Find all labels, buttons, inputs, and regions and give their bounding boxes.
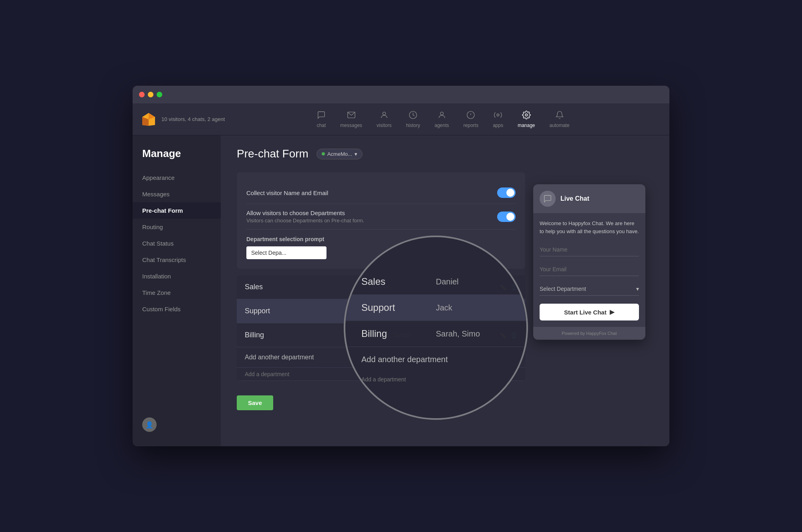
dept-prompt-label: Department selection prompt xyxy=(246,236,516,242)
toggle-row-departments: Allow visitors to choose Departments Vis… xyxy=(246,204,516,230)
nav-chat[interactable]: chat xyxy=(311,107,332,131)
sidebar-title: Manage xyxy=(133,147,221,169)
svg-point-6 xyxy=(440,112,443,115)
nav-reports[interactable]: reports xyxy=(458,107,484,131)
chat-dept-select[interactable]: Select Department ▾ xyxy=(540,282,639,296)
logo-icon xyxy=(141,111,157,127)
manage-icon xyxy=(522,111,531,121)
magnify-agent-billing: Sarah, Simo xyxy=(436,329,510,339)
nav-reports-label: reports xyxy=(463,123,478,128)
toggle-name-email[interactable] xyxy=(497,187,516,198)
chat-email-input[interactable] xyxy=(540,263,639,276)
magnify-add-dept[interactable]: Add another department xyxy=(345,347,526,372)
chat-widget-title: Live Chat xyxy=(560,195,589,202)
nav-messages-label: messages xyxy=(340,123,362,128)
nav-history[interactable]: history xyxy=(400,107,425,131)
account-status-dot xyxy=(322,152,325,155)
toggle-label-text: Collect visitor Name and Email xyxy=(246,189,328,196)
magnify-agent-support: Jack xyxy=(436,303,510,312)
minimize-button[interactable] xyxy=(148,92,153,97)
magnify-row-billing: Billing Sarah, Simo xyxy=(345,321,526,347)
history-icon xyxy=(409,111,417,121)
chat-name-input[interactable] xyxy=(540,243,639,256)
magnify-dept-sales: Sales xyxy=(361,276,436,287)
nav-apps-label: apps xyxy=(493,123,503,128)
sidebar-item-appearance[interactable]: Appearance xyxy=(133,169,221,186)
preview-panel: Live Chat Welcome to Happyfox Chat. We a… xyxy=(533,172,653,410)
user-avatar[interactable]: 👤 xyxy=(142,417,157,432)
toggle-departments[interactable] xyxy=(497,212,516,222)
arrow-right-icon: ▶ xyxy=(610,308,615,316)
magnify-agent-sales: Daniel xyxy=(436,277,510,286)
account-name: AcmeMo... xyxy=(327,151,352,157)
chat-avatar-icon xyxy=(540,191,556,207)
sidebar-item-chat-status[interactable]: Chat Status xyxy=(133,235,221,252)
chat-widget-footer: Powered by HappyFox Chat xyxy=(533,327,645,340)
chat-welcome-text: Welcome to Happyfox Chat. We are here to… xyxy=(540,220,639,235)
messages-icon xyxy=(347,111,356,121)
magnify-dept-billing: Billing xyxy=(361,328,436,339)
sidebar-item-custom-fields[interactable]: Custom Fields xyxy=(133,301,221,317)
chat-widget-header: Live Chat xyxy=(533,184,645,213)
nav-manage[interactable]: manage xyxy=(512,107,540,131)
maximize-button[interactable] xyxy=(157,92,162,97)
chevron-down-icon: ▾ xyxy=(636,286,639,292)
toggle-dept-text: Allow visitors to choose Departments xyxy=(246,210,365,216)
traffic-lights xyxy=(139,92,162,97)
main-layout: Manage Appearance Messages Pre-chat Form… xyxy=(133,135,669,446)
magnify-dept-support: Support xyxy=(361,302,436,313)
sidebar-item-routing[interactable]: Routing xyxy=(133,219,221,235)
sidebar-item-installation[interactable]: Installation xyxy=(133,268,221,284)
toggle-row-name-email: Collect visitor Name and Email xyxy=(246,182,516,204)
app-window: 10 visitors, 4 chats, 2 agent chat messa… xyxy=(133,86,669,446)
start-live-chat-button[interactable]: Start Live Chat ▶ xyxy=(540,304,639,320)
sidebar-item-messages[interactable]: Messages xyxy=(133,186,221,202)
sidebar-footer: 👤 xyxy=(133,411,221,438)
toggle-dept-subtext: Visitors can choose Departments on Pre-c… xyxy=(246,218,365,224)
svg-point-11 xyxy=(525,114,528,116)
chat-icon xyxy=(317,111,326,121)
nav-automate-label: automate xyxy=(550,123,570,128)
nav-apps[interactable]: apps xyxy=(487,107,509,131)
nav-items: chat messages visitors xyxy=(225,107,661,131)
toggle-label-departments: Allow visitors to choose Departments Vis… xyxy=(246,210,365,224)
svg-point-4 xyxy=(383,112,385,115)
chevron-down-icon: ▾ xyxy=(355,151,357,157)
magnify-row-sales: Sales Daniel xyxy=(345,269,526,295)
automate-icon xyxy=(555,111,564,121)
nav-chat-label: chat xyxy=(317,123,326,128)
nav-agents[interactable]: agents xyxy=(429,107,455,131)
magnify-overlay: Sales Daniel Support Jack Billing Sarah,… xyxy=(344,236,528,420)
reports-icon xyxy=(466,111,475,121)
nav-automate[interactable]: automate xyxy=(544,107,575,131)
page-header: Pre-chat Form AcmeMo... ▾ xyxy=(237,147,653,160)
nav-visitors-label: visitors xyxy=(377,123,391,128)
nav-visitors[interactable]: visitors xyxy=(371,107,397,131)
nav-history-label: history xyxy=(406,123,420,128)
save-button[interactable]: Save xyxy=(237,395,273,410)
sidebar: Manage Appearance Messages Pre-chat Form… xyxy=(133,135,221,446)
visitor-count: 10 visitors, 4 chats, 2 agent xyxy=(161,116,225,122)
topbar: 10 visitors, 4 chats, 2 agent chat messa… xyxy=(133,103,669,135)
content-area: Pre-chat Form AcmeMo... ▾ Collect v xyxy=(221,135,669,446)
sidebar-item-chat-transcripts[interactable]: Chat Transcripts xyxy=(133,252,221,268)
powered-by-text: Powered by HappyFox Chat xyxy=(562,331,617,336)
account-badge[interactable]: AcmeMo... ▾ xyxy=(316,149,363,159)
dept-prompt-input[interactable] xyxy=(246,246,326,259)
magnify-add-input: Add a department xyxy=(345,372,526,387)
close-button[interactable] xyxy=(139,92,145,97)
chat-widget: Live Chat Welcome to Happyfox Chat. We a… xyxy=(533,184,645,340)
magnify-row-support: Support Jack xyxy=(345,295,526,321)
agents-icon xyxy=(437,111,446,121)
svg-point-10 xyxy=(497,114,499,116)
sidebar-item-pre-chat-form[interactable]: Pre-chat Form xyxy=(133,202,221,219)
visitors-icon xyxy=(380,111,389,121)
nav-messages[interactable]: messages xyxy=(335,107,368,131)
nav-agents-label: agents xyxy=(435,123,449,128)
app-body: 10 visitors, 4 chats, 2 agent chat messa… xyxy=(133,103,669,446)
sidebar-item-time-zone[interactable]: Time Zone xyxy=(133,284,221,301)
nav-manage-label: manage xyxy=(518,123,535,128)
chat-widget-body: Welcome to Happyfox Chat. We are here to… xyxy=(533,213,645,327)
titlebar xyxy=(133,86,669,103)
apps-icon xyxy=(494,111,502,121)
